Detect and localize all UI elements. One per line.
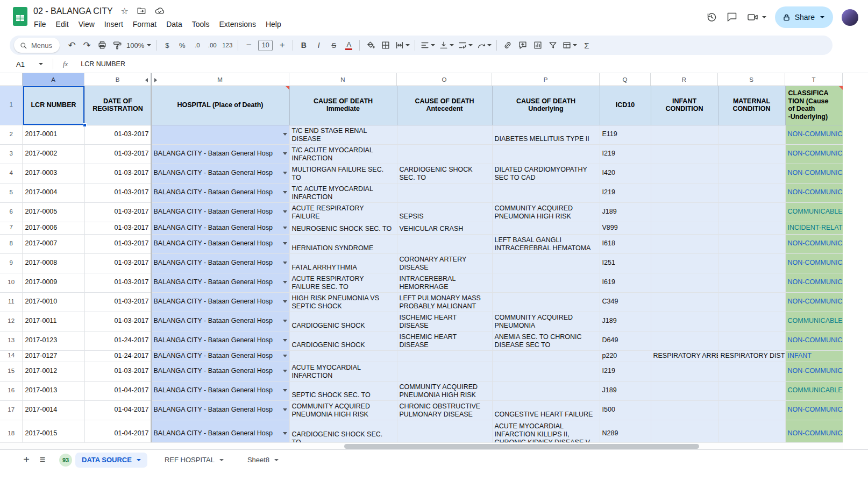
- insert-link-button[interactable]: [500, 38, 515, 53]
- cell-M14[interactable]: BALANGA CITY - Bataan General Hosp: [151, 350, 289, 362]
- cell-T1[interactable]: CLASSIFICA TION (Cause of Death -Underly…: [785, 86, 843, 125]
- cell-T2[interactable]: NON-COMMUNICABLE: [785, 125, 843, 144]
- cell-O8[interactable]: [397, 234, 492, 253]
- cell-P15[interactable]: [492, 362, 600, 381]
- zoom-control[interactable]: 100%: [125, 38, 153, 53]
- cell-O14[interactable]: [397, 350, 492, 362]
- row-header-3[interactable]: 3: [0, 144, 23, 164]
- paint-format-button[interactable]: [110, 38, 124, 53]
- cell-Q15[interactable]: I219: [600, 362, 651, 381]
- text-rotation-button[interactable]: [475, 38, 493, 53]
- cell-Q1[interactable]: ICD10: [600, 86, 651, 125]
- cell-T13[interactable]: NON-COMMUNICABLE: [785, 331, 843, 350]
- cell-O18[interactable]: [397, 420, 492, 442]
- column-header-T[interactable]: T: [785, 73, 843, 86]
- horizontal-align-button[interactable]: [418, 38, 437, 53]
- cell-O5[interactable]: [397, 183, 492, 202]
- cell-S7[interactable]: [718, 222, 785, 234]
- cell-A12[interactable]: 2017-0011: [23, 312, 84, 331]
- comment-history-icon[interactable]: [726, 11, 738, 23]
- dropdown-icon[interactable]: [283, 242, 287, 245]
- cell-P4[interactable]: DILATED CARDIOMYOPATHY SEC TO CAD: [492, 164, 600, 183]
- cell-Q12[interactable]: J189: [600, 312, 651, 331]
- cell-N10[interactable]: ACUTE RESPIRATORY FAILURE SEC. TO: [289, 273, 397, 292]
- column-header-R[interactable]: R: [651, 73, 718, 86]
- horizontal-scrollbar[interactable]: [0, 442, 843, 449]
- cell-B5[interactable]: 01-03-2017: [84, 183, 151, 202]
- fill-color-button[interactable]: [363, 38, 378, 53]
- cell-A15[interactable]: 2017-0012: [23, 362, 84, 381]
- cell-T8[interactable]: NON-COMMUNICABLE: [785, 234, 843, 253]
- cell-N17[interactable]: COMMUNITY ACQUIRED PNEUMONIA HIGH RISK: [289, 400, 397, 420]
- cell-Q8[interactable]: I618: [600, 234, 651, 253]
- cell-B10[interactable]: 01-03-2017: [84, 273, 151, 292]
- cell-N6[interactable]: ACUTE RESPIRATORY FAILURE: [289, 202, 397, 222]
- dropdown-icon[interactable]: [283, 370, 287, 372]
- cell-T12[interactable]: COMMUNICABLE: [785, 312, 843, 331]
- avatar[interactable]: [842, 9, 858, 26]
- cell-T6[interactable]: COMMUNICABLE: [785, 202, 843, 222]
- cell-B13[interactable]: 01-24-2017: [84, 331, 151, 350]
- cell-Q9[interactable]: I251: [600, 253, 651, 273]
- dropdown-icon[interactable]: [283, 191, 287, 194]
- row-header-18[interactable]: 18: [0, 420, 23, 442]
- row-header-2[interactable]: 2: [0, 125, 23, 144]
- hidden-columns-left-icon[interactable]: [145, 78, 148, 82]
- cell-A9[interactable]: 2017-0008: [23, 253, 84, 273]
- frozen-pane-divider[interactable]: [151, 73, 152, 442]
- cell-T15[interactable]: NON-COMMUNICABLE: [785, 362, 843, 381]
- cell-N12[interactable]: CARDIOGENIC SHOCK: [289, 312, 397, 331]
- cell-A11[interactable]: 2017-0010: [23, 292, 84, 312]
- cell-R1[interactable]: INFANT CONDITION: [651, 86, 718, 125]
- cell-M5[interactable]: BALANGA CITY - Bataan General Hosp: [151, 183, 289, 202]
- cell-R13[interactable]: [651, 331, 718, 350]
- cell-R9[interactable]: [651, 253, 718, 273]
- cell-B4[interactable]: 01-03-2017: [84, 164, 151, 183]
- cell-O3[interactable]: [397, 144, 492, 164]
- menu-view[interactable]: View: [74, 18, 99, 30]
- cell-Q17[interactable]: I500: [600, 400, 651, 420]
- cell-S17[interactable]: [718, 400, 785, 420]
- cell-S11[interactable]: [718, 292, 785, 312]
- cell-O13[interactable]: ISCHEMIC HEART DISEASE: [397, 331, 492, 350]
- more-formats-button[interactable]: 123: [220, 38, 234, 53]
- cell-O16[interactable]: COMMUNITY ACQUIRED PNEUMONIA HIGH RISK: [397, 381, 492, 400]
- column-header-M[interactable]: M: [151, 73, 289, 86]
- column-header-P[interactable]: P: [492, 73, 600, 86]
- cell-B1[interactable]: DATE OF REGISTRATION: [84, 86, 151, 125]
- cell-M18[interactable]: BALANGA CITY - Bataan General Hosp: [151, 420, 289, 442]
- cell-B12[interactable]: 01-03-2017: [84, 312, 151, 331]
- dropdown-icon[interactable]: [283, 339, 287, 342]
- cell-T3[interactable]: NON-COMMUNICABLE: [785, 144, 843, 164]
- row-header-9[interactable]: 9: [0, 253, 23, 273]
- cell-A10[interactable]: 2017-0009: [23, 273, 84, 292]
- cell-Q13[interactable]: D649: [600, 331, 651, 350]
- cell-O1[interactable]: CAUSE OF DEATH Antecedent: [397, 86, 492, 125]
- cell-R18[interactable]: [651, 420, 718, 442]
- dropdown-icon[interactable]: [283, 133, 287, 136]
- cell-M9[interactable]: BALANGA CITY - Bataan General Hosp: [151, 253, 289, 273]
- cell-Q2[interactable]: E119: [600, 125, 651, 144]
- cell-N15[interactable]: ACUTE MYOCARDIAL INFARCTION: [289, 362, 397, 381]
- cell-Q16[interactable]: J189: [600, 381, 651, 400]
- cell-M1[interactable]: HOSPITAL (Place of Death): [151, 86, 289, 125]
- dropdown-icon[interactable]: [283, 389, 287, 392]
- cell-P2[interactable]: DIABETES MELLITUIS TYPE II: [492, 125, 600, 144]
- cell-B17[interactable]: 01-04-2017: [84, 400, 151, 420]
- fill-handle[interactable]: [83, 123, 87, 127]
- cell-P9[interactable]: [492, 253, 600, 273]
- cell-O12[interactable]: ISCHEMIC HEART DISEASE: [397, 312, 492, 331]
- cell-T16[interactable]: COMMUNICABLE: [785, 381, 843, 400]
- cell-B14[interactable]: 01-24-2017: [84, 350, 151, 362]
- insert-comment-button[interactable]: [515, 38, 530, 53]
- cell-S4[interactable]: [718, 164, 785, 183]
- dropdown-icon[interactable]: [283, 355, 287, 357]
- cell-P18[interactable]: ACUTE MYOCARDIAL INFARCTION KILLIPS II, …: [492, 420, 600, 442]
- cell-N9[interactable]: FATAL ARRHYTHMIA: [289, 253, 397, 273]
- cell-P1[interactable]: CAUSE OF DEATH Underlying: [492, 86, 600, 125]
- cell-O15[interactable]: [397, 362, 492, 381]
- cloud-status-icon[interactable]: [154, 6, 165, 17]
- decrease-font-size-button[interactable]: −: [241, 38, 256, 53]
- cell-M4[interactable]: BALANGA CITY - Bataan General Hosp: [151, 164, 289, 183]
- cell-A17[interactable]: 2017-0014: [23, 400, 84, 420]
